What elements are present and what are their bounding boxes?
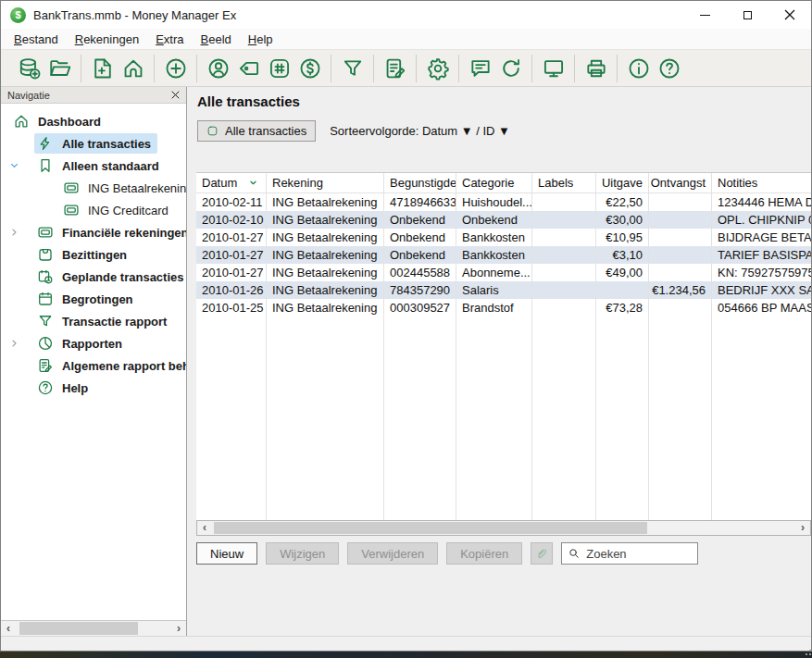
nav-item-bezittingen[interactable]: Bezittingen (1, 243, 186, 266)
app-window: $ BankTrans.mmb - Money Manager Ex Besta… (0, 0, 812, 652)
nav-horizontal-scrollbar[interactable]: ‹ › (1, 620, 186, 636)
nav-close-button[interactable] (171, 91, 180, 99)
column-header-rekening[interactable]: Rekening (267, 173, 384, 193)
nav-item-begrotingen[interactable]: Begrotingen (1, 288, 186, 310)
cell-ontvangst (649, 299, 712, 317)
nav-item-rapporten[interactable]: Rapporten (1, 332, 186, 354)
minimize-button[interactable] (683, 1, 726, 29)
cell-begunstigde: 4718946633 (384, 193, 456, 211)
scroll-right-icon[interactable]: › (795, 521, 810, 535)
nav-item-geplande-transacties[interactable]: Geplande transacties (1, 266, 186, 288)
nav-item-ing-creditcard[interactable]: ING Creditcard (1, 199, 186, 221)
new-button[interactable]: Nieuw (196, 542, 257, 565)
nav-item-alleen-standaard[interactable]: Alleen standaard (1, 155, 186, 177)
tags-icon (237, 56, 261, 81)
column-header-datum[interactable]: Datum (196, 173, 267, 193)
cell-ontvangst: €1.234,56 (649, 281, 712, 299)
toolbar-button-refresh[interactable] (495, 53, 526, 83)
scroll-right-icon[interactable]: › (171, 622, 186, 636)
nav-item-transactie-rapport[interactable]: Transactie rapport (1, 310, 186, 332)
edit-button[interactable]: Wijzigen (266, 542, 339, 565)
scrollbar-track[interactable] (212, 521, 795, 535)
toolbar-button-settings[interactable] (422, 53, 453, 83)
nav-item-algemene-rapport-beheer[interactable]: Algemene rapport beheer (1, 354, 186, 377)
column-header-label: Begunstigde (390, 176, 456, 190)
column-header-label: Categorie (462, 176, 514, 190)
copy-button[interactable]: Kopiëren (446, 542, 522, 565)
transaction-row[interactable]: 2010-01-27ING BetaalrekeningOnbekendBank… (196, 246, 811, 264)
window-title: BankTrans.mmb - Money Manager Ex (33, 8, 236, 22)
nav-item-label: Financiële rekeningen (62, 226, 186, 240)
column-header-uitgave[interactable]: Uitgave (596, 173, 649, 193)
nav-item-ing-betaalrekening[interactable]: ING Betaalrekening (1, 177, 186, 199)
column-header-begunstigde[interactable]: Begunstigde (384, 173, 456, 193)
resize-grip[interactable] (806, 646, 807, 648)
menu-item-bestand[interactable]: Bestand (6, 31, 67, 48)
transaction-row[interactable]: 2010-01-26ING Betaalrekening784357290Sal… (196, 281, 811, 299)
sort-order-label[interactable]: Sorteervolgorde: Datum ▼ / ID ▼ (330, 124, 510, 138)
toolbar-button-print[interactable] (581, 53, 611, 83)
cell-labels (532, 281, 596, 299)
column-header-categorie[interactable]: Categorie (456, 173, 532, 193)
chevron-right-icon[interactable] (8, 338, 20, 350)
toolbar-button-home[interactable] (118, 53, 148, 83)
chevron-down-icon[interactable] (8, 160, 20, 172)
table-horizontal-scrollbar[interactable]: ‹ › (196, 520, 811, 536)
toolbar-button-about[interactable] (623, 53, 654, 83)
scrollbar-thumb[interactable] (19, 622, 138, 635)
toolbar-button-help[interactable] (654, 53, 684, 83)
menu-item-help[interactable]: Help (240, 31, 281, 48)
cell-begunstigde: Onbekend (384, 246, 456, 264)
column-header-labels[interactable]: Labels (532, 173, 596, 193)
account-filter-button[interactable]: Alle transacties (197, 120, 316, 142)
toolbar-button-currency-grid[interactable] (264, 53, 294, 83)
scrollbar-track[interactable] (16, 621, 171, 636)
cell-notities: 054666 BP MAASTR (712, 299, 811, 317)
cell-labels (532, 299, 596, 317)
nav-item-content: ING Betaalrekening (60, 178, 186, 198)
delete-button[interactable]: Verwijderen (347, 542, 438, 565)
nav-item-help[interactable]: Help (1, 377, 186, 399)
menu-item-beeld[interactable]: Beeld (193, 31, 240, 48)
nav-item-alle-transacties[interactable]: Alle transacties (1, 132, 186, 155)
menu-item-rekeningen[interactable]: Rekeningen (67, 31, 147, 48)
scroll-left-icon[interactable]: ‹ (197, 521, 212, 535)
nav-item-dashboard[interactable]: Dashboard (1, 110, 186, 132)
toolbar-button-filter[interactable] (337, 53, 368, 83)
nav-item-financi-le-rekeningen[interactable]: Financiële rekeningen (1, 221, 186, 243)
scroll-left-icon[interactable]: ‹ (1, 622, 16, 636)
toolbar-button-tags[interactable] (233, 53, 264, 83)
cell-ontvangst (649, 264, 712, 281)
table-filler-column (649, 317, 712, 520)
toolbar-button-currency[interactable] (294, 53, 325, 83)
navigation-panel-header: Navigatie (1, 87, 186, 104)
maximize-button[interactable] (726, 1, 768, 29)
cell-rekening: ING Betaalrekening (267, 229, 384, 246)
transaction-row[interactable]: 2010-02-11ING Betaalrekening4718946633Hu… (196, 193, 811, 211)
chevron-right-icon[interactable] (8, 227, 20, 239)
toolbar-button-fullscreen[interactable] (538, 53, 568, 83)
column-header-ontvangst[interactable]: Ontvangst (649, 173, 712, 193)
transaction-row[interactable]: 2010-01-27ING BetaalrekeningOnbekendBank… (196, 229, 811, 246)
cell-begunstigde: Onbekend (384, 229, 456, 246)
toolbar-button-add-transaction[interactable] (160, 53, 191, 83)
toolbar-button-feedback[interactable] (465, 53, 495, 83)
toolbar-button-payees[interactable] (203, 53, 233, 83)
transaction-row[interactable]: 2010-02-10ING BetaalrekeningOnbekendOnbe… (196, 211, 811, 229)
search-box[interactable] (561, 542, 698, 565)
menu-item-extra[interactable]: Extra (147, 31, 192, 48)
rounded-square-icon (206, 125, 219, 137)
toolbar-button-database-new[interactable] (14, 53, 44, 83)
column-header-notities[interactable]: Notities (712, 173, 811, 193)
scrollbar-thumb[interactable] (214, 522, 647, 534)
close-button[interactable] (768, 1, 811, 29)
toolbar-button-file-new[interactable] (87, 53, 118, 83)
cell-labels (532, 246, 596, 264)
transaction-row[interactable]: 2010-01-25ING Betaalrekening000309527Bra… (196, 299, 811, 317)
search-input[interactable] (586, 547, 692, 561)
cell-notities: KN: 7592757597597 (712, 264, 811, 281)
toolbar-button-folder-open[interactable] (44, 53, 75, 83)
transaction-row[interactable]: 2010-01-27ING Betaalrekening002445588Abo… (196, 264, 811, 281)
toolbar-button-report-editor[interactable] (380, 53, 410, 83)
attachment-button[interactable] (531, 542, 553, 565)
